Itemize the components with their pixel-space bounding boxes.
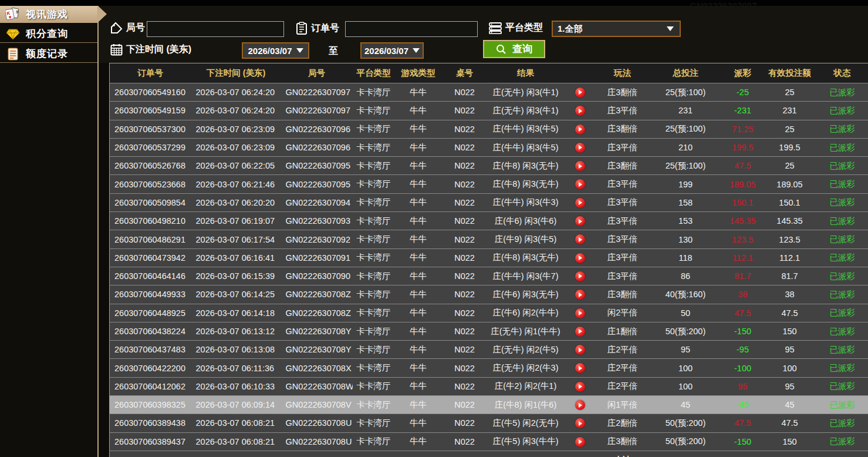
cell-result: 庄(无牛) 闲2(牛5) bbox=[488, 341, 564, 359]
table-row[interactable]: 2603070605098542026-03-07 06:20:20GN0222… bbox=[110, 193, 868, 211]
table-row[interactable]: 2603070605236682026-03-07 06:21:46GN0222… bbox=[110, 175, 868, 193]
cell-bet-time: 2026-03-07 06:24:20 bbox=[191, 102, 281, 120]
cell-bet-time: 2026-03-07 06:11:36 bbox=[191, 359, 281, 377]
cell-payout: 189.05 bbox=[722, 175, 764, 193]
date-from-select[interactable]: 2026/03/07 bbox=[242, 42, 309, 59]
cell-table-number: N022 bbox=[442, 175, 488, 193]
play-icon[interactable] bbox=[575, 234, 585, 244]
cell-payout: 47.5 bbox=[722, 304, 764, 322]
cell-play bbox=[564, 138, 596, 156]
cell-table-number: N022 bbox=[442, 432, 488, 451]
play-icon[interactable] bbox=[575, 437, 585, 447]
cell-result: 庄(无牛) 闲1(牛牛) bbox=[488, 322, 564, 340]
table-row[interactable]: 2603070604489252026-03-07 06:14:18GN0222… bbox=[110, 304, 868, 322]
play-icon[interactable] bbox=[575, 382, 585, 392]
play-icon[interactable] bbox=[575, 88, 585, 98]
cell-status: 已派彩 bbox=[816, 175, 868, 193]
table-row[interactable]: 2603070604862912026-03-07 06:17:54GN0222… bbox=[110, 230, 868, 248]
round-number-input[interactable] bbox=[147, 21, 284, 37]
table-row[interactable]: 2603070604222002026-03-07 06:11:36GN0222… bbox=[110, 359, 868, 377]
table-row[interactable]: 2603070603894382026-03-07 06:08:21GN0222… bbox=[110, 414, 868, 432]
table-row[interactable]: 2603070605491592026-03-07 06:24:20GN0222… bbox=[110, 102, 868, 120]
play-icon[interactable] bbox=[575, 345, 585, 355]
play-icon[interactable] bbox=[575, 198, 585, 208]
cell-table-number: N022 bbox=[442, 120, 488, 138]
table-row[interactable]: 2603070604499332026-03-07 06:14:25GN0222… bbox=[110, 285, 868, 304]
cell-payout: -231 bbox=[722, 102, 764, 120]
cell-bet-time: 2026-03-07 06:08:21 bbox=[191, 414, 281, 432]
cell-result: 庄(牛6) 闲3(无牛) bbox=[488, 285, 564, 304]
table-row[interactable]: 2603070605373002026-03-07 06:23:09GN0222… bbox=[110, 120, 868, 138]
table-row[interactable]: 2603070605267682026-03-07 06:22:05GN0222… bbox=[110, 157, 868, 175]
sidebar-item-video-games[interactable]: 9 K ♥ 视讯游戏 bbox=[0, 6, 97, 23]
play-icon[interactable] bbox=[575, 400, 585, 410]
play-icon[interactable] bbox=[575, 143, 585, 153]
table-row[interactable]: 2603070605491602026-03-07 06:24:20GN0222… bbox=[110, 83, 868, 102]
platform-type-select[interactable]: 1.全部 bbox=[552, 21, 681, 37]
cell-round-number: GN0222630708Y bbox=[281, 322, 353, 340]
table-row[interactable]: 2603070603894372026-03-07 06:08:21GN0222… bbox=[110, 432, 868, 451]
sidebar-item-points-query[interactable]: 积分查询 bbox=[0, 25, 97, 43]
play-icon[interactable] bbox=[575, 308, 585, 318]
play-icon[interactable] bbox=[575, 216, 585, 226]
play-icon[interactable] bbox=[575, 327, 585, 337]
cell-total-bet: 210 bbox=[649, 138, 722, 156]
cell-game-type: 牛牛 bbox=[395, 396, 442, 414]
platform-type-value: 1.全部 bbox=[558, 23, 583, 35]
date-to-select[interactable]: 2026/03/07 bbox=[360, 42, 424, 59]
cell-order-number: 260307060449933 bbox=[110, 285, 191, 304]
cell-play-type: 庄3平倍 bbox=[596, 102, 649, 120]
cell-payout: 150.1 bbox=[722, 193, 764, 211]
cell-valid-bet: 38 bbox=[764, 285, 816, 304]
cell-status: 已派彩 bbox=[816, 322, 868, 340]
play-icon[interactable] bbox=[575, 253, 585, 263]
cell-payout: 123.5 bbox=[722, 230, 764, 248]
play-icon[interactable] bbox=[575, 271, 585, 281]
table-row[interactable]: 2603070604382242026-03-07 06:13:12GN0222… bbox=[110, 322, 868, 340]
cell-bet-time: 2026-03-07 06:21:46 bbox=[191, 175, 281, 193]
cell-bet-time: 2026-03-07 06:14:25 bbox=[191, 285, 281, 304]
search-button[interactable]: 查询 bbox=[483, 40, 545, 58]
cell-valid-bet: 47.5 bbox=[764, 414, 816, 432]
order-number-input[interactable] bbox=[345, 21, 478, 37]
main-panel: GN02226307097 20 - 50,000 256 追加 局号 订单号 bbox=[99, 0, 868, 457]
table-row[interactable]: 2603070604374832026-03-07 06:13:08GN0222… bbox=[110, 341, 868, 359]
play-icon[interactable] bbox=[575, 161, 585, 171]
cell-payout: 38 bbox=[722, 285, 764, 304]
cell-total-bet: 100 bbox=[649, 377, 722, 395]
play-icon[interactable] bbox=[575, 363, 585, 373]
play-icon[interactable] bbox=[575, 418, 585, 428]
diamond-icon bbox=[5, 27, 21, 41]
subtotal-valid-bet: 2075.3 bbox=[764, 451, 816, 457]
play-icon[interactable] bbox=[575, 106, 585, 116]
list-icon bbox=[489, 22, 502, 34]
play-icon[interactable] bbox=[575, 290, 585, 300]
cell-play bbox=[564, 285, 596, 304]
table-row[interactable]: 2603070604120622026-03-07 06:10:33GN0222… bbox=[110, 377, 868, 395]
cell-play bbox=[564, 432, 596, 451]
cell-order-number: 260307060389437 bbox=[110, 432, 191, 451]
table-row[interactable]: 2603070603983252026-03-07 06:09:14GN0222… bbox=[110, 396, 868, 414]
cell-result: 庄(牛8) 闲3(无牛) bbox=[488, 157, 564, 175]
cell-payout: 47.5 bbox=[722, 157, 764, 175]
play-icon[interactable] bbox=[575, 179, 585, 189]
cell-order-number: 260307060498210 bbox=[110, 212, 191, 230]
cell-valid-bet: 25 bbox=[764, 120, 816, 138]
cell-total-bet: 158 bbox=[649, 193, 722, 211]
cell-total-bet: 25(预:100) bbox=[649, 83, 722, 102]
sidebar-item-credit-records[interactable]: 额度记录 bbox=[0, 45, 97, 63]
table-row[interactable]: 2603070605372992026-03-07 06:23:09GN0222… bbox=[110, 138, 868, 156]
cell-game-type: 牛牛 bbox=[395, 102, 442, 120]
cell-total-bet: 86 bbox=[649, 267, 722, 285]
cell-game-type: 牛牛 bbox=[395, 212, 442, 230]
cell-table-number: N022 bbox=[442, 230, 488, 248]
table-row[interactable]: 2603070604739422026-03-07 06:16:41GN0222… bbox=[110, 248, 868, 267]
table-row[interactable]: 2603070604982102026-03-07 06:19:07GN0222… bbox=[110, 212, 868, 230]
cell-round-number: GN02226307094 bbox=[281, 193, 353, 211]
cell-game-type: 牛牛 bbox=[395, 138, 442, 156]
cell-play bbox=[564, 230, 596, 248]
play-icon[interactable] bbox=[575, 125, 585, 135]
table-row[interactable]: 2603070604641462026-03-07 06:15:39GN0222… bbox=[110, 267, 868, 285]
cell-platform-type: 卡卡湾厅 bbox=[353, 359, 395, 377]
cell-valid-bet: 25 bbox=[764, 83, 816, 102]
